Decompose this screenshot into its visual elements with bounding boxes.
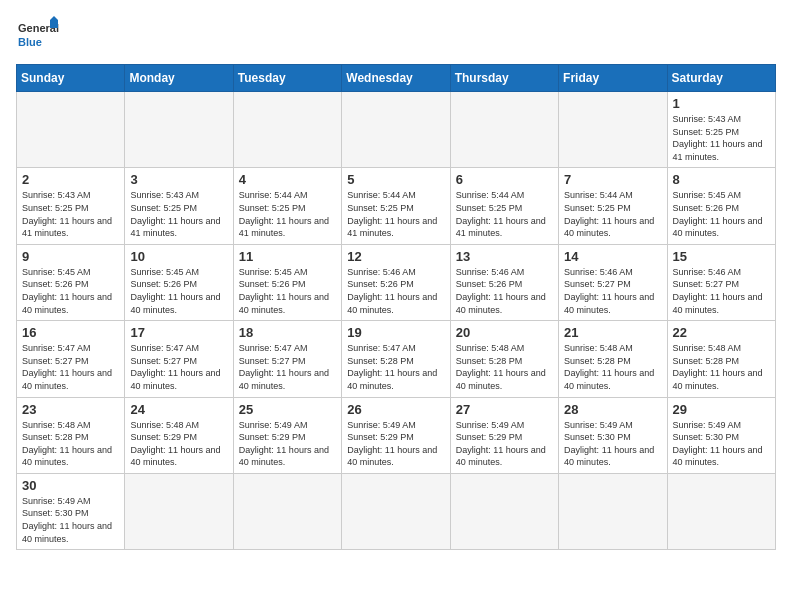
day-number: 2 — [22, 172, 119, 187]
calendar-week-row: 30Sunrise: 5:49 AM Sunset: 5:30 PM Dayli… — [17, 473, 776, 549]
calendar-day-cell: 13Sunrise: 5:46 AM Sunset: 5:26 PM Dayli… — [450, 244, 558, 320]
calendar-day-cell — [559, 473, 667, 549]
calendar-day-cell: 11Sunrise: 5:45 AM Sunset: 5:26 PM Dayli… — [233, 244, 341, 320]
day-number: 10 — [130, 249, 227, 264]
calendar-day-cell: 28Sunrise: 5:49 AM Sunset: 5:30 PM Dayli… — [559, 397, 667, 473]
calendar-day-cell: 1Sunrise: 5:43 AM Sunset: 5:25 PM Daylig… — [667, 92, 775, 168]
calendar-week-row: 1Sunrise: 5:43 AM Sunset: 5:25 PM Daylig… — [17, 92, 776, 168]
calendar-day-cell: 4Sunrise: 5:44 AM Sunset: 5:25 PM Daylig… — [233, 168, 341, 244]
day-info: Sunrise: 5:49 AM Sunset: 5:30 PM Dayligh… — [564, 419, 661, 469]
calendar-day-cell: 30Sunrise: 5:49 AM Sunset: 5:30 PM Dayli… — [17, 473, 125, 549]
day-info: Sunrise: 5:48 AM Sunset: 5:28 PM Dayligh… — [564, 342, 661, 392]
calendar-day-cell: 27Sunrise: 5:49 AM Sunset: 5:29 PM Dayli… — [450, 397, 558, 473]
day-number: 26 — [347, 402, 444, 417]
calendar-day-header: Friday — [559, 65, 667, 92]
calendar-day-cell — [450, 92, 558, 168]
day-number: 22 — [673, 325, 770, 340]
calendar-day-cell: 23Sunrise: 5:48 AM Sunset: 5:28 PM Dayli… — [17, 397, 125, 473]
calendar-day-cell — [125, 473, 233, 549]
day-info: Sunrise: 5:45 AM Sunset: 5:26 PM Dayligh… — [239, 266, 336, 316]
calendar-day-cell: 14Sunrise: 5:46 AM Sunset: 5:27 PM Dayli… — [559, 244, 667, 320]
day-info: Sunrise: 5:44 AM Sunset: 5:25 PM Dayligh… — [347, 189, 444, 239]
calendar-day-cell: 24Sunrise: 5:48 AM Sunset: 5:29 PM Dayli… — [125, 397, 233, 473]
calendar-day-cell: 25Sunrise: 5:49 AM Sunset: 5:29 PM Dayli… — [233, 397, 341, 473]
calendar-day-cell — [450, 473, 558, 549]
calendar-day-header: Thursday — [450, 65, 558, 92]
day-info: Sunrise: 5:46 AM Sunset: 5:27 PM Dayligh… — [564, 266, 661, 316]
day-number: 24 — [130, 402, 227, 417]
day-number: 28 — [564, 402, 661, 417]
day-info: Sunrise: 5:43 AM Sunset: 5:25 PM Dayligh… — [673, 113, 770, 163]
day-info: Sunrise: 5:49 AM Sunset: 5:30 PM Dayligh… — [22, 495, 119, 545]
calendar-day-cell — [233, 92, 341, 168]
calendar-day-cell: 29Sunrise: 5:49 AM Sunset: 5:30 PM Dayli… — [667, 397, 775, 473]
calendar-day-cell — [342, 473, 450, 549]
calendar-day-cell: 18Sunrise: 5:47 AM Sunset: 5:27 PM Dayli… — [233, 321, 341, 397]
day-info: Sunrise: 5:49 AM Sunset: 5:29 PM Dayligh… — [456, 419, 553, 469]
calendar-day-cell: 19Sunrise: 5:47 AM Sunset: 5:28 PM Dayli… — [342, 321, 450, 397]
calendar-day-cell: 10Sunrise: 5:45 AM Sunset: 5:26 PM Dayli… — [125, 244, 233, 320]
svg-rect-4 — [50, 20, 58, 28]
calendar-day-cell: 9Sunrise: 5:45 AM Sunset: 5:26 PM Daylig… — [17, 244, 125, 320]
day-info: Sunrise: 5:48 AM Sunset: 5:28 PM Dayligh… — [22, 419, 119, 469]
calendar-header-row: SundayMondayTuesdayWednesdayThursdayFrid… — [17, 65, 776, 92]
calendar-day-cell: 17Sunrise: 5:47 AM Sunset: 5:27 PM Dayli… — [125, 321, 233, 397]
calendar-week-row: 16Sunrise: 5:47 AM Sunset: 5:27 PM Dayli… — [17, 321, 776, 397]
calendar-day-cell: 3Sunrise: 5:43 AM Sunset: 5:25 PM Daylig… — [125, 168, 233, 244]
calendar-week-row: 23Sunrise: 5:48 AM Sunset: 5:28 PM Dayli… — [17, 397, 776, 473]
day-info: Sunrise: 5:47 AM Sunset: 5:27 PM Dayligh… — [239, 342, 336, 392]
day-number: 14 — [564, 249, 661, 264]
calendar-day-cell: 15Sunrise: 5:46 AM Sunset: 5:27 PM Dayli… — [667, 244, 775, 320]
calendar-week-row: 2Sunrise: 5:43 AM Sunset: 5:25 PM Daylig… — [17, 168, 776, 244]
calendar-day-cell: 5Sunrise: 5:44 AM Sunset: 5:25 PM Daylig… — [342, 168, 450, 244]
day-info: Sunrise: 5:48 AM Sunset: 5:28 PM Dayligh… — [456, 342, 553, 392]
day-info: Sunrise: 5:47 AM Sunset: 5:27 PM Dayligh… — [22, 342, 119, 392]
calendar-day-cell — [233, 473, 341, 549]
calendar-day-cell — [125, 92, 233, 168]
day-number: 19 — [347, 325, 444, 340]
calendar-table: SundayMondayTuesdayWednesdayThursdayFrid… — [16, 64, 776, 550]
day-number: 23 — [22, 402, 119, 417]
calendar-day-cell: 6Sunrise: 5:44 AM Sunset: 5:25 PM Daylig… — [450, 168, 558, 244]
day-info: Sunrise: 5:45 AM Sunset: 5:26 PM Dayligh… — [673, 189, 770, 239]
day-number: 13 — [456, 249, 553, 264]
day-info: Sunrise: 5:49 AM Sunset: 5:29 PM Dayligh… — [239, 419, 336, 469]
day-info: Sunrise: 5:49 AM Sunset: 5:29 PM Dayligh… — [347, 419, 444, 469]
day-number: 12 — [347, 249, 444, 264]
calendar-day-cell: 21Sunrise: 5:48 AM Sunset: 5:28 PM Dayli… — [559, 321, 667, 397]
day-number: 16 — [22, 325, 119, 340]
calendar-body: 1Sunrise: 5:43 AM Sunset: 5:25 PM Daylig… — [17, 92, 776, 550]
day-number: 30 — [22, 478, 119, 493]
day-info: Sunrise: 5:49 AM Sunset: 5:30 PM Dayligh… — [673, 419, 770, 469]
day-info: Sunrise: 5:44 AM Sunset: 5:25 PM Dayligh… — [456, 189, 553, 239]
calendar-day-cell: 26Sunrise: 5:49 AM Sunset: 5:29 PM Dayli… — [342, 397, 450, 473]
day-info: Sunrise: 5:46 AM Sunset: 5:26 PM Dayligh… — [347, 266, 444, 316]
day-number: 27 — [456, 402, 553, 417]
day-number: 4 — [239, 172, 336, 187]
day-number: 29 — [673, 402, 770, 417]
day-number: 15 — [673, 249, 770, 264]
day-info: Sunrise: 5:45 AM Sunset: 5:26 PM Dayligh… — [22, 266, 119, 316]
day-number: 5 — [347, 172, 444, 187]
calendar-day-cell — [559, 92, 667, 168]
day-number: 25 — [239, 402, 336, 417]
day-info: Sunrise: 5:48 AM Sunset: 5:29 PM Dayligh… — [130, 419, 227, 469]
day-number: 6 — [456, 172, 553, 187]
calendar-week-row: 9Sunrise: 5:45 AM Sunset: 5:26 PM Daylig… — [17, 244, 776, 320]
day-number: 17 — [130, 325, 227, 340]
calendar-day-header: Wednesday — [342, 65, 450, 92]
day-info: Sunrise: 5:45 AM Sunset: 5:26 PM Dayligh… — [130, 266, 227, 316]
day-number: 11 — [239, 249, 336, 264]
calendar-day-cell: 2Sunrise: 5:43 AM Sunset: 5:25 PM Daylig… — [17, 168, 125, 244]
calendar-day-header: Monday — [125, 65, 233, 92]
calendar-day-cell: 7Sunrise: 5:44 AM Sunset: 5:25 PM Daylig… — [559, 168, 667, 244]
calendar-day-cell — [667, 473, 775, 549]
day-info: Sunrise: 5:44 AM Sunset: 5:25 PM Dayligh… — [239, 189, 336, 239]
svg-text:Blue: Blue — [18, 36, 42, 48]
day-number: 1 — [673, 96, 770, 111]
day-number: 9 — [22, 249, 119, 264]
calendar-day-cell: 8Sunrise: 5:45 AM Sunset: 5:26 PM Daylig… — [667, 168, 775, 244]
calendar-day-header: Sunday — [17, 65, 125, 92]
day-info: Sunrise: 5:43 AM Sunset: 5:25 PM Dayligh… — [130, 189, 227, 239]
day-number: 21 — [564, 325, 661, 340]
